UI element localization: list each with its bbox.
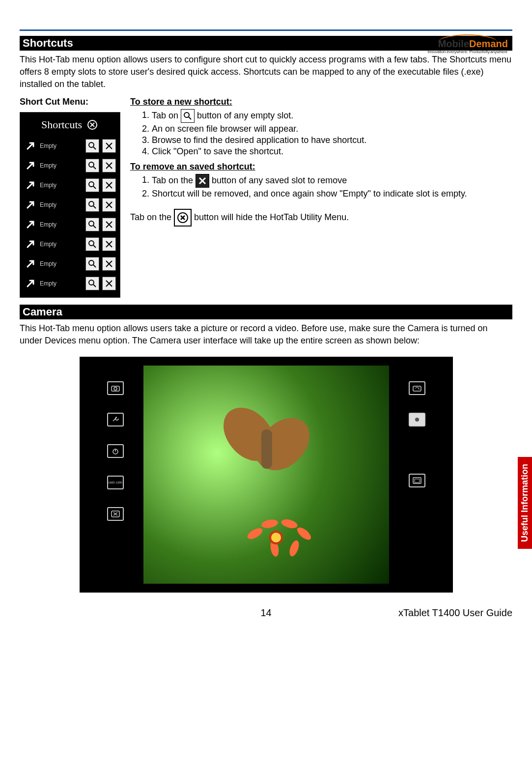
note-text: button will hide the HotTab Utility Menu… [194, 212, 349, 222]
svg-point-9 [184, 113, 189, 117]
slot-label: Empty [40, 241, 83, 248]
search-icon [85, 198, 99, 212]
shortcut-arrow-icon [24, 257, 37, 270]
list-item: An on screen file browser will appear. [152, 124, 512, 134]
list-item: Tab on the button of any saved slot to r… [152, 174, 512, 188]
svg-point-2 [89, 162, 94, 167]
resolution-label: 1600 1200 [108, 481, 122, 484]
slot-label: Empty [40, 162, 83, 169]
search-icon [181, 109, 195, 123]
logo-tagline: Innovation.everywhere. Productivity.anyw… [427, 50, 507, 54]
delete-x-icon [102, 159, 116, 172]
footer: 14 xTablet T1400 User Guide [20, 593, 512, 638]
close-icon [174, 209, 192, 227]
store-steps: Tab on button of any empty slot. An on s… [130, 109, 512, 157]
list-item: Shortcut will be removed, and once again… [152, 189, 512, 199]
shortcut-arrow-icon [24, 179, 37, 192]
delete-x-icon [102, 139, 116, 153]
settings-wrench-icon [107, 413, 124, 426]
remove-heading: To remove an saved shortcut: [130, 162, 512, 172]
shortcut-slot: Empty [23, 234, 117, 254]
step-text: Tab on [152, 110, 181, 120]
delete-x-icon [102, 218, 116, 231]
svg-point-8 [89, 280, 94, 285]
step-text: button of any saved slot to remove [212, 175, 347, 185]
search-icon [85, 237, 99, 251]
shortcut-arrow-icon [24, 199, 37, 211]
delete-x-icon [102, 277, 116, 290]
search-icon [85, 159, 99, 172]
search-icon [85, 277, 99, 290]
shortcut-menu-title: Short Cut Menu: [20, 97, 120, 107]
timer-icon [107, 444, 124, 458]
search-icon [85, 218, 99, 231]
svg-point-3 [89, 182, 94, 187]
side-tab-useful-information: Useful Information [518, 457, 532, 549]
list-item: Tab on button of any empty slot. [152, 109, 512, 123]
logo: MobileDemand Innovation.everywhere. Prod… [427, 34, 507, 54]
svg-point-5 [89, 221, 94, 226]
svg-point-1 [89, 142, 94, 147]
list-item: Click "Open" to save the shortcut. [152, 146, 512, 157]
slot-label: Empty [40, 142, 83, 149]
guide-title: xTablet T1400 User Guide [365, 607, 512, 619]
shortcuts-intro: This Hot-Tab menu option allows users to… [20, 54, 512, 91]
remove-steps: Tab on the button of any saved slot to r… [130, 174, 512, 199]
slot-label: Empty [40, 280, 83, 287]
delete-x-icon [196, 174, 209, 188]
svg-point-7 [89, 260, 94, 265]
note-text: Tab on the [130, 212, 174, 222]
slot-label: Empty [40, 182, 83, 189]
delete-x-icon [102, 198, 116, 212]
slot-label: Empty [40, 221, 83, 228]
gallery-icon [409, 474, 425, 487]
shutter-icon [409, 413, 425, 426]
camera-heading: Camera [20, 305, 512, 319]
camera-mode-icon [107, 381, 124, 395]
slot-label: Empty [40, 201, 83, 208]
close-x-icon [107, 507, 124, 521]
step-text: button of any empty slot. [197, 110, 293, 120]
delete-x-icon [102, 237, 116, 251]
shortcuts-panel-screenshot: Shortcuts Empty Empty [20, 112, 120, 298]
shortcut-slot: Empty [23, 215, 117, 234]
camera-intro: This Hot-Tab menu option allows users ta… [20, 322, 512, 347]
svg-rect-18 [415, 479, 420, 482]
shortcut-slot: Empty [23, 136, 117, 156]
shortcut-arrow-icon [24, 159, 37, 172]
page-number: 14 [167, 607, 365, 619]
panel-title: Shortcuts [41, 118, 82, 131]
shortcut-slot: Empty [23, 156, 117, 175]
resolution-icon: 1600 1200 [107, 476, 124, 489]
shortcut-slot: Empty [23, 195, 117, 215]
shortcut-arrow-icon [24, 277, 37, 290]
logo-text-left: Mobile [438, 38, 469, 49]
shortcut-arrow-icon [24, 238, 37, 251]
store-heading: To store a new shortcut: [130, 97, 512, 107]
switch-camera-icon [409, 381, 425, 395]
hide-note: Tab on the button will hide the HotTab U… [130, 209, 512, 227]
camera-viewfinder [143, 366, 389, 584]
camera-ui-screenshot: 1600 1200 [80, 357, 453, 593]
delete-x-icon [102, 178, 116, 192]
svg-point-6 [89, 241, 94, 246]
svg-point-4 [89, 201, 94, 206]
search-icon [85, 257, 99, 271]
slot-label: Empty [40, 260, 83, 267]
shortcut-slot: Empty [23, 274, 117, 293]
shortcut-slot: Empty [23, 254, 117, 274]
shortcut-arrow-icon [24, 140, 37, 152]
list-item: Browse to find the desired application t… [152, 135, 512, 145]
shortcut-slot: Empty [23, 175, 117, 195]
svg-point-16 [415, 418, 419, 422]
close-icon [86, 118, 99, 131]
logo-text-right: Demand [469, 38, 508, 49]
delete-x-icon [102, 257, 116, 271]
logo-arc: MobileDemand [438, 34, 497, 50]
search-icon [85, 139, 99, 153]
svg-point-12 [114, 387, 117, 390]
step-text: Tab on the [152, 175, 196, 185]
header-rule [20, 29, 512, 31]
search-icon [85, 178, 99, 192]
shortcut-arrow-icon [24, 218, 37, 231]
